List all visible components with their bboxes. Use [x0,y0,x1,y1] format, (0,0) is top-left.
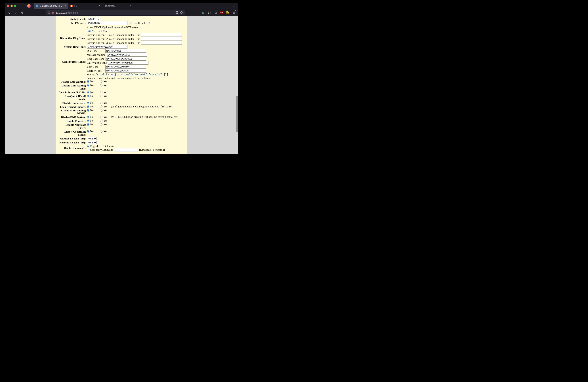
svg-rect-8 [208,13,209,14]
disable-cwt-yes[interactable]: Yes [100,84,107,87]
nav-toolbar: 10.0.8.215/config.htm uO 😀 [5,9,238,16]
mpk-dtmf-no[interactable]: No [87,109,94,112]
disable-multicast-no[interactable]: No [87,123,94,126]
disable-multicast-yes[interactable]: Yes [100,123,107,126]
minimize-window-button[interactable] [10,5,13,7]
quick-ip-no[interactable]: No [87,95,94,97]
syslog-level-label: Syslog Level: [58,17,87,21]
lock-insecure-icon[interactable] [52,11,54,14]
delete-icon[interactable] [213,10,219,15]
ring3-input[interactable] [141,41,182,45]
disable-ip-no[interactable]: No [87,91,94,94]
maximize-window-button[interactable] [14,5,16,7]
ntp-override-yes[interactable]: Yes [99,30,107,33]
disable-cwt-no[interactable]: No [87,84,94,87]
message-waiting-input[interactable] [107,53,147,57]
firefox-logo-icon [27,4,31,8]
headset-tx-select[interactable]: 0 dB [87,137,97,140]
svg-rect-4 [176,13,177,14]
ring2-input[interactable] [141,37,182,41]
reorder-tone-input[interactable] [105,69,146,73]
ring-back-label: Ring Back Tone [87,57,105,60]
ntp-override-no[interactable]: No [88,30,95,33]
headset-rx-label: Headset RX gain (dB): [58,141,87,144]
lang-english[interactable]: English [87,145,99,148]
ring-back-input[interactable] [105,57,146,61]
ring1-input[interactable] [141,33,182,37]
tab-strip: Grandstream Device Configuration × /r/vi… [34,3,236,9]
ntp-server-input[interactable] [87,21,127,25]
close-window-button[interactable] [7,5,9,7]
disable-dnd-yes[interactable]: Yes [100,115,107,118]
close-tab-icon[interactable]: × [99,5,101,7]
window-controls [7,5,16,7]
system-ring-input[interactable] [87,45,127,49]
disable-ip-label: Disable Direct IP Calls: [58,91,87,94]
disable-transfer-yes[interactable]: Yes [100,119,107,122]
reload-button[interactable] [20,10,25,15]
disable-cw-no[interactable]: No [87,80,94,83]
lock-keypad-label: Lock Keypad Update: [58,105,87,109]
message-waiting-label: Message Waiting [87,53,105,57]
disable-transfer-label: Disable Transfer: [58,119,87,123]
ublock-icon[interactable]: uO [220,11,223,14]
scrollbar-thumb[interactable] [236,96,238,132]
close-tab-icon[interactable]: × [64,5,67,7]
disable-ip-yes[interactable]: Yes [100,91,107,94]
lang-chinese[interactable]: Chinese [102,145,114,148]
disable-conf-no[interactable]: No [87,101,94,104]
lang-secondary[interactable]: Secondary Language [87,148,113,151]
dial-tone-label: Dial Tone [87,49,104,53]
tab-hamsoverip[interactable]: pb.hamsoverip.com/diy × [103,3,134,9]
constraint-yes[interactable]: Yes [100,130,107,133]
tab-grandstream[interactable]: Grandstream Device Configuration × [34,3,68,9]
lang-postfix-input[interactable] [115,148,138,152]
browser-window: Grandstream Device Configuration × /r/vi… [5,3,238,154]
url-bar[interactable]: 10.0.8.215/config.htm [46,10,185,15]
back-button[interactable] [6,10,12,15]
syslog-level-select[interactable]: NONE [87,17,100,21]
disable-dnd-note: (MUTE/DEL button pressing will have no e… [111,115,178,118]
disable-cw-yes[interactable]: Yes [100,80,107,83]
busy-tone-input[interactable] [105,65,146,69]
tab-title: pb.hamsoverip.com/diy [105,5,117,7]
downloads-button[interactable] [200,10,206,15]
svg-rect-3 [177,11,178,13]
quick-ip-yes[interactable]: Yes [100,95,107,97]
app-menu-button[interactable] [231,10,236,15]
call-waiting-tone-input[interactable] [108,61,148,65]
reorder-tone-label: Reorder Tone [87,69,104,72]
emoji-extension-icon[interactable]: 😀 [225,10,230,15]
disable-transfer-no[interactable]: No [87,119,94,122]
tab-overflow-button[interactable] [231,3,236,8]
forward-button[interactable] [13,10,19,15]
shield-icon[interactable] [48,11,50,14]
container-icon[interactable] [175,11,178,14]
tab-title: /r/videos [74,5,78,7]
tab-reddit[interactable]: /r/videos × [68,3,103,9]
lock-keypad-no[interactable]: No [87,105,94,108]
ring3-text: Custom ring tone 3, used if incoming cal… [87,41,140,44]
disable-cw-label: Disable Call-Waiting: [58,80,87,83]
config-page: Syslog Level: NONE NTP Server: ( [56,16,187,154]
syntax-note: (Frequencies are in Hz and cadence on an… [86,76,151,79]
close-tab-icon[interactable]: × [129,5,132,7]
config-form: Syslog Level: NONE NTP Server: ( [56,16,187,154]
dial-tone-input[interactable] [105,49,146,53]
ntp-note: (URI or IP address) [129,21,150,25]
syntax-line: Syntax: f1=val,f2=val[,c=on1/off1[-on2/o… [87,73,170,76]
lock-keypad-yes[interactable]: Yes [100,105,107,108]
new-tab-button[interactable]: + [135,3,140,8]
extensions-button[interactable] [207,10,212,15]
disable-conf-yes[interactable]: Yes [100,101,107,104]
ring1-text: Custom ring tone 1, used if incoming cal… [87,34,140,37]
mpk-dtmf-yes[interactable]: Yes [100,109,107,112]
headset-rx-select[interactable]: 0 dB [87,141,97,144]
disable-dnd-no[interactable]: No [87,115,94,118]
bookmark-star-icon[interactable] [180,11,183,14]
constraint-no[interactable]: No [87,130,94,133]
page-scroll[interactable]: Syslog Level: NONE NTP Server: ( [5,16,238,154]
disable-cwt-label: Disable Call-Waiting Tone: [58,84,87,90]
tab-title: Grandstream Device Configuration [40,5,63,7]
quick-ip-label: Use Quick IP-call mode: [58,95,87,101]
